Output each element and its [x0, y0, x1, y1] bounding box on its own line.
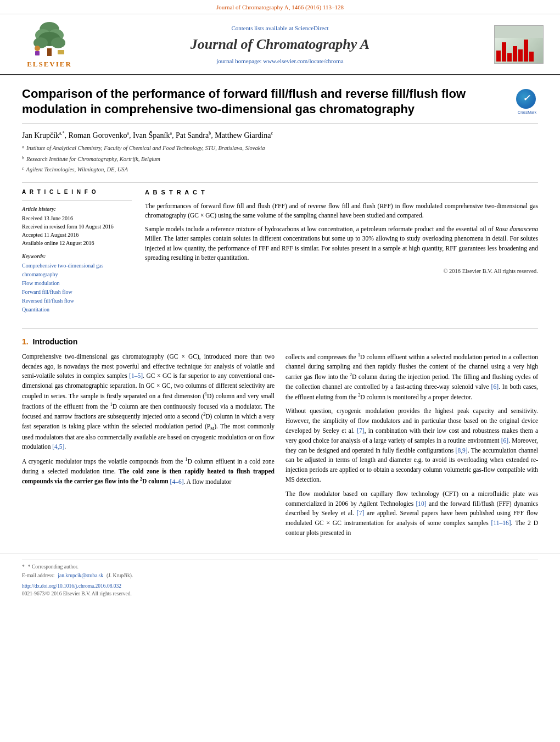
- affiliation-c: c Agilent Technologies, Wilmington, DE, …: [22, 165, 538, 175]
- body-para-3: collects and compresses the 1D column ef…: [285, 352, 538, 403]
- keyword-5: Quantitation: [22, 305, 132, 314]
- ref-7b[interactable]: [7]: [357, 510, 364, 516]
- email-link[interactable]: jan.krupcik@stuba.sk: [58, 572, 103, 579]
- section-divider: [22, 328, 538, 329]
- body-right-column: collects and compresses the 1D column ef…: [285, 352, 538, 543]
- author-krupčík: Jan Krupčíka,*,: [22, 131, 69, 140]
- contents-line: Contents lists available at ScienceDirec…: [82, 24, 478, 32]
- keyword-3: Forward fill/flush flow: [22, 288, 132, 297]
- body-text-section: Comprehensive two-dimensional gas chroma…: [22, 352, 538, 543]
- cover-bar-5: [518, 49, 523, 62]
- crossmark-icon[interactable]: ✓: [516, 89, 536, 109]
- ref-11-16[interactable]: [11–16]: [491, 520, 511, 526]
- article-body: Comparison of the performance of forward…: [0, 75, 560, 554]
- keyword-1: Comprehensive two-dimensional gas chroma…: [22, 261, 132, 279]
- affiliation-b-text: Research Institute for Chromatography, K…: [26, 155, 160, 164]
- elsevier-tree-icon: [27, 20, 71, 58]
- svg-point-5: [51, 37, 65, 48]
- ref-8-9[interactable]: [8,9]: [456, 447, 468, 454]
- cover-image-area: [478, 25, 544, 64]
- ref-6b[interactable]: [6]: [501, 437, 508, 444]
- article-info-abstract-section: A R T I C L E I N F O Article history: R…: [22, 182, 538, 320]
- author-španík: Ivan Španíka,: [133, 131, 176, 140]
- ref-7[interactable]: [7]: [357, 427, 364, 434]
- cover-bar-3: [507, 53, 512, 62]
- cover-bars: [495, 38, 543, 63]
- author-sandra: Pat Sandrab,: [176, 131, 215, 140]
- cover-image: [494, 25, 544, 64]
- affiliation-a: a Institute of Analytical Chemistry, Fac…: [22, 144, 538, 153]
- doi-link[interactable]: http://dx.doi.org/10.1016/j.chroma.2016.…: [22, 583, 121, 589]
- ref-6[interactable]: [6]: [491, 383, 499, 390]
- journal-title-area: Contents lists available at ScienceDirec…: [82, 24, 478, 65]
- affiliation-b: b Research Institute for Chromatography,…: [22, 155, 538, 164]
- accepted-date: Accepted 11 August 2016: [22, 231, 132, 239]
- footer-links: http://dx.doi.org/10.1016/j.chroma.2016.…: [22, 583, 538, 598]
- elsevier-wordmark: ELSEVIER: [27, 59, 72, 69]
- ref-10[interactable]: [10]: [416, 500, 426, 507]
- abstract-header: A B S T R A C T: [145, 188, 538, 197]
- body-left-column: Comprehensive two-dimensional gas chroma…: [22, 352, 275, 543]
- corresponding-author-note: * * Corresponding author.: [22, 564, 538, 571]
- copyright-line: © 2016 Elsevier B.V. All rights reserved…: [145, 267, 538, 276]
- svg-point-7: [35, 46, 40, 51]
- journal-citation-bar: Journal of Chromatography A, 1466 (2016)…: [0, 0, 560, 14]
- keywords-label: Keywords:: [22, 253, 132, 260]
- email-label: E-mail address:: [22, 572, 54, 579]
- section-title-text: Introduction: [33, 337, 78, 346]
- svg-rect-8: [35, 51, 40, 55]
- body-para-2: A cryogenic modulator traps the volatile…: [22, 456, 275, 487]
- email-person: (J. Krupčík).: [107, 572, 133, 579]
- journal-citation: Journal of Chromatography A, 1466 (2016)…: [216, 4, 344, 10]
- available-date: Available online 12 August 2016: [22, 239, 132, 247]
- article-info-column: A R T I C L E I N F O Article history: R…: [22, 188, 132, 320]
- cover-bar-1: [496, 51, 501, 62]
- body-para-1: Comprehensive two-dimensional gas chroma…: [22, 352, 275, 452]
- article-title: Comparison of the performance of forward…: [22, 86, 508, 118]
- email-row: E-mail address: jan.krupcik@stuba.sk (J.…: [22, 572, 538, 579]
- received-date: Received 13 June 2016: [22, 214, 132, 222]
- ref-4-5[interactable]: [4,5]: [52, 443, 64, 450]
- abstract-para-2: Sample models include a reference mixtur…: [145, 225, 538, 263]
- authors-line: Jan Krupčíka,*, Roman Gorovenkoa, Ivan Š…: [22, 130, 538, 141]
- author-giardina: Matthew Giardinac: [215, 131, 273, 140]
- crossmark-badge[interactable]: ✓ CrossMark: [516, 89, 538, 111]
- history-label: Article history:: [22, 205, 132, 213]
- body-para-4: Without question, cryogenic modulation p…: [285, 406, 538, 485]
- elsevier-logo: ELSEVIER: [16, 20, 82, 69]
- author-gorovenko: Roman Gorovenkoa,: [69, 131, 133, 140]
- keyword-4: Reversed fill/flush flow: [22, 297, 132, 305]
- keywords-list: Comprehensive two-dimensional gas chroma…: [22, 261, 132, 314]
- journal-title: Journal of Chromatography A: [82, 35, 478, 54]
- issn-text: 0021-9673/© 2016 Elsevier B.V. All right…: [22, 591, 132, 596]
- cover-bar-6: [524, 40, 528, 62]
- abstract-text: The performances of forward flow fill an…: [145, 202, 538, 276]
- affiliations: a Institute of Analytical Chemistry, Fac…: [22, 144, 538, 175]
- affiliation-a-text: Institute of Analytical Chemistry, Facul…: [26, 144, 265, 153]
- affiliation-c-text: Agilent Technologies, Wilmington, DE, US…: [26, 165, 128, 175]
- svg-rect-6: [47, 48, 52, 56]
- homepage-line: journal homepage: www.elsevier.com/locat…: [82, 57, 478, 65]
- body-para-5: The flow modulator based on capillary fl…: [285, 489, 538, 538]
- article-info-header: A R T I C L E I N F O: [22, 188, 132, 196]
- journal-header: ELSEVIER Contents lists available at Sci…: [0, 14, 560, 75]
- elsevier-logo-area: ELSEVIER: [16, 20, 82, 69]
- article-history: Article history: Received 13 June 2016 R…: [22, 205, 132, 247]
- ref-4-6[interactable]: [4–6]: [170, 478, 184, 484]
- corresponding-label: * Corresponding author.: [28, 564, 79, 571]
- keyword-2: Flow modulation: [22, 279, 132, 288]
- homepage-link[interactable]: www.elsevier.com/locate/chroma: [263, 58, 344, 64]
- svg-rect-9: [58, 50, 64, 54]
- ref-1-5[interactable]: [1–5]: [129, 372, 143, 379]
- cover-bar-4: [513, 46, 517, 62]
- keywords-group: Keywords: Comprehensive two-dimensional …: [22, 253, 132, 314]
- page-wrapper: Journal of Chromatography A, 1466 (2016)…: [0, 0, 560, 742]
- section-1-title: 1. Introduction: [22, 337, 538, 348]
- corresponding-star: *: [22, 564, 25, 571]
- allowing-text: allowing: [376, 235, 397, 242]
- abstract-para-1: The performances of forward flow fill an…: [145, 202, 538, 221]
- footer-section: * * Corresponding author. E-mail address…: [0, 554, 560, 603]
- sciencedirect-link[interactable]: ScienceDirect: [295, 25, 329, 31]
- section-number: 1.: [22, 337, 29, 346]
- cover-bar-2: [502, 42, 506, 62]
